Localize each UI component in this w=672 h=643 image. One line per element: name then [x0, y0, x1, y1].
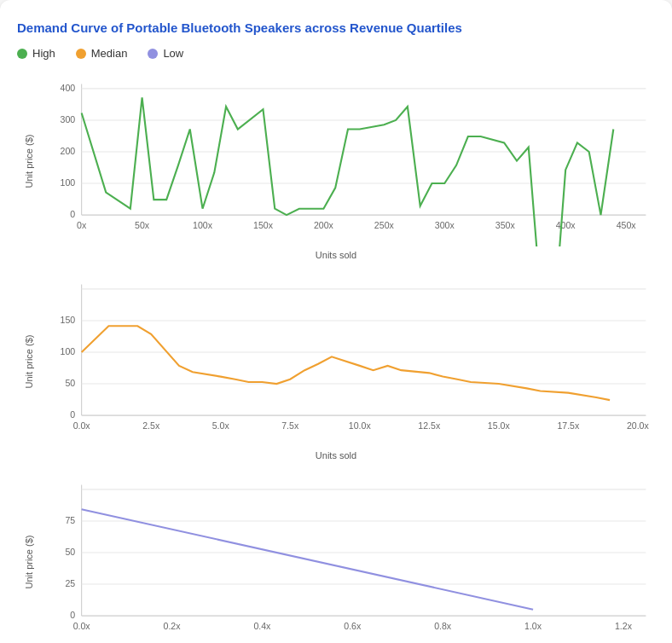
svg-text:10.0x: 10.0x [349, 420, 372, 431]
svg-text:400: 400 [61, 83, 76, 93]
svg-text:2.5x: 2.5x [142, 420, 160, 431]
chart-median: Unit price ($) 0 50 100 150 0.0x 2.5x [17, 275, 655, 461]
svg-text:20.0x: 20.0x [627, 420, 650, 431]
svg-text:0: 0 [70, 209, 75, 219]
svg-text:0.4x: 0.4x [253, 621, 271, 631]
svg-text:1.0x: 1.0x [524, 621, 542, 631]
svg-text:250x: 250x [374, 220, 395, 230]
chart-low: Unit price ($) 0 25 50 75 0.0x 0.2x [17, 476, 655, 643]
svg-text:75: 75 [65, 515, 75, 525]
svg-text:0.2x: 0.2x [164, 621, 182, 631]
svg-median: 0 50 100 150 0.0x 2.5x 5.0x 7.5x 10.0x 1… [41, 275, 655, 447]
legend-high: High [17, 47, 55, 60]
svg-text:300x: 300x [435, 220, 455, 230]
svg-text:7.5x: 7.5x [281, 420, 299, 431]
svg-text:0: 0 [70, 611, 75, 621]
svg-text:150: 150 [61, 315, 76, 325]
legend-low: Low [148, 47, 183, 60]
svg-low: 0 25 50 75 0.0x 0.2x 0.4x 0.6x 0.8x 1.0x… [41, 476, 655, 643]
chart-high: Unit price ($) 0 100 200 300 [17, 75, 655, 260]
legend-dot-low [148, 49, 158, 59]
svg-high: 0 100 200 300 400 0x 50x 100x 150x 200x … [41, 75, 655, 246]
svg-text:100: 100 [61, 177, 76, 188]
svg-text:450x: 450x [617, 220, 637, 230]
svg-text:300: 300 [61, 114, 76, 125]
legend-dot-median [76, 49, 86, 59]
svg-text:0.6x: 0.6x [344, 621, 362, 631]
svg-text:50: 50 [65, 547, 75, 558]
y-label-low: Unit price ($) [24, 535, 34, 588]
legend-dot-high [17, 49, 27, 59]
svg-text:25: 25 [65, 579, 75, 589]
svg-text:0: 0 [70, 409, 75, 420]
legend-label-median: Median [91, 47, 128, 60]
svg-text:100: 100 [61, 346, 76, 356]
x-label-median: Units sold [17, 450, 655, 461]
legend-label-high: High [32, 47, 55, 60]
legend-median: Median [76, 47, 128, 60]
svg-text:200: 200 [61, 146, 76, 156]
svg-text:0.0x: 0.0x [73, 420, 91, 431]
svg-text:100x: 100x [193, 220, 213, 230]
svg-text:400x: 400x [556, 220, 576, 230]
svg-text:0.0x: 0.0x [73, 621, 91, 631]
svg-text:50: 50 [65, 378, 75, 388]
svg-line-57 [82, 510, 533, 611]
svg-text:1.2x: 1.2x [615, 621, 633, 631]
svg-text:17.5x: 17.5x [557, 420, 580, 431]
legend: High Median Low [17, 47, 655, 60]
svg-text:12.5x: 12.5x [418, 420, 441, 431]
legend-label-low: Low [163, 47, 183, 60]
svg-text:0.8x: 0.8x [434, 621, 452, 631]
x-label-high: Units sold [17, 250, 655, 260]
svg-text:15.0x: 15.0x [488, 420, 511, 431]
svg-text:200x: 200x [314, 220, 334, 230]
svg-text:350x: 350x [495, 220, 516, 230]
y-label-high: Unit price ($) [24, 134, 34, 188]
main-card: Demand Curve of Portable Bluetooth Speak… [0, 0, 672, 643]
page-title: Demand Curve of Portable Bluetooth Speak… [17, 20, 655, 35]
svg-text:150x: 150x [253, 220, 274, 230]
svg-text:5.0x: 5.0x [212, 420, 230, 431]
y-label-median: Unit price ($) [24, 334, 34, 388]
svg-text:0x: 0x [77, 220, 87, 230]
svg-text:50x: 50x [135, 220, 150, 230]
